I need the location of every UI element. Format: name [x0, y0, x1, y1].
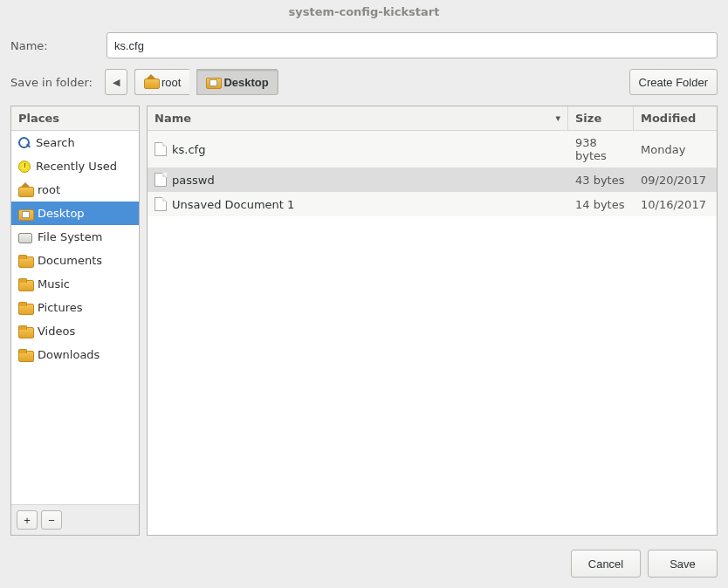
window-title: system-config-kickstart	[0, 0, 728, 27]
file-name-cell: passwd	[148, 168, 568, 192]
file-name: passwd	[172, 174, 215, 187]
cancel-button[interactable]: Cancel	[571, 550, 641, 578]
folder-icon	[18, 255, 32, 267]
filename-input[interactable]	[106, 32, 718, 58]
file-size: 43 bytes	[568, 168, 634, 192]
home-icon	[18, 184, 32, 196]
folder-icon	[18, 325, 32, 338]
file-icon	[155, 173, 167, 187]
places-list: SearchRecently UsedrootDesktopFile Syste…	[11, 131, 139, 504]
photo-icon	[18, 208, 32, 220]
create-folder-button[interactable]: Create Folder	[629, 69, 718, 95]
sidebar-item-label: Search	[36, 136, 75, 149]
sidebar-item-label: File System	[38, 230, 102, 243]
file-size: 14 bytes	[568, 193, 634, 216]
file-modified: 09/20/2017	[634, 168, 717, 192]
sidebar-item-desktop[interactable]: Desktop	[11, 202, 139, 225]
dialog-content: Name: Save in folder: ◀ root Desktop Cre…	[0, 27, 728, 588]
search-icon	[18, 137, 31, 149]
sidebar-item-file-system[interactable]: File System	[11, 225, 139, 249]
file-icon	[155, 197, 167, 211]
file-modified: Monday	[634, 138, 717, 161]
dialog-buttons: Cancel Save	[10, 536, 718, 578]
sidebar-item-videos[interactable]: Videos	[11, 319, 139, 343]
sidebar-item-search[interactable]: Search	[11, 131, 139, 154]
sidebar-item-label: Pictures	[38, 301, 82, 314]
drive-icon	[18, 233, 32, 243]
file-name: Unsaved Document 1	[172, 198, 294, 211]
column-size[interactable]: Size	[568, 106, 634, 130]
places-sidebar: Places SearchRecently UsedrootDesktopFil…	[10, 106, 140, 536]
name-label: Name:	[10, 39, 98, 52]
sidebar-item-label: Documents	[38, 254, 102, 267]
sidebar-item-label: Desktop	[38, 207, 85, 220]
file-name-cell: ks.cfg	[148, 137, 568, 161]
file-modified: 10/16/2017	[634, 193, 717, 216]
folder-icon	[18, 349, 32, 361]
add-bookmark-button[interactable]: +	[17, 510, 38, 530]
save-dialog: system-config-kickstart Name: Save in fo…	[0, 0, 728, 588]
clock-icon	[18, 161, 31, 173]
save-button[interactable]: Save	[648, 550, 718, 578]
file-icon	[155, 142, 167, 156]
home-icon	[144, 76, 158, 88]
sidebar-item-label: root	[38, 183, 60, 196]
sidebar-item-label: Recently Used	[36, 160, 117, 173]
file-name-cell: Unsaved Document 1	[148, 192, 568, 216]
sidebar-footer: + −	[11, 504, 139, 535]
sidebar-item-label: Downloads	[38, 348, 100, 361]
sidebar-item-documents[interactable]: Documents	[11, 249, 139, 272]
path-segment-root[interactable]: root	[134, 69, 189, 95]
desktop-icon	[206, 76, 220, 88]
main-area: Places SearchRecently UsedrootDesktopFil…	[10, 106, 718, 536]
file-name: ks.cfg	[172, 143, 205, 156]
folder-icon	[18, 278, 32, 291]
sort-indicator-icon: ▾	[555, 113, 560, 124]
folder-icon	[18, 302, 32, 314]
file-size: 938 bytes	[568, 131, 634, 168]
chevron-left-icon: ◀	[113, 77, 120, 88]
folder-row: Save in folder: ◀ root Desktop Create Fo…	[10, 64, 718, 106]
path-label: root	[161, 76, 181, 89]
sidebar-item-label: Videos	[38, 325, 75, 338]
file-row[interactable]: ks.cfg938 bytesMonday	[148, 131, 717, 168]
path-label: Desktop	[223, 76, 268, 89]
column-modified[interactable]: Modified	[634, 106, 717, 130]
remove-bookmark-button[interactable]: −	[41, 510, 62, 530]
sidebar-item-downloads[interactable]: Downloads	[11, 343, 139, 366]
file-rows: ks.cfg938 bytesMondaypasswd43 bytes09/20…	[148, 131, 717, 535]
sidebar-item-recently-used[interactable]: Recently Used	[11, 154, 139, 178]
path-segment-desktop[interactable]: Desktop	[196, 69, 278, 95]
places-header: Places	[11, 106, 139, 131]
sidebar-item-pictures[interactable]: Pictures	[11, 296, 139, 319]
file-row[interactable]: passwd43 bytes09/20/2017	[148, 168, 717, 192]
file-row[interactable]: Unsaved Document 114 bytes10/16/2017	[148, 192, 717, 216]
path-back-button[interactable]: ◀	[105, 69, 127, 95]
name-row: Name:	[10, 27, 718, 64]
column-name[interactable]: Name ▾	[148, 106, 568, 130]
sidebar-item-label: Music	[38, 277, 70, 291]
sidebar-item-root[interactable]: root	[11, 178, 139, 202]
sidebar-item-music[interactable]: Music	[11, 272, 139, 296]
file-list-pane: Name ▾ Size Modified ks.cfg938 bytesMond…	[147, 106, 718, 536]
column-headers: Name ▾ Size Modified	[148, 106, 717, 131]
save-in-label: Save in folder:	[10, 76, 98, 89]
